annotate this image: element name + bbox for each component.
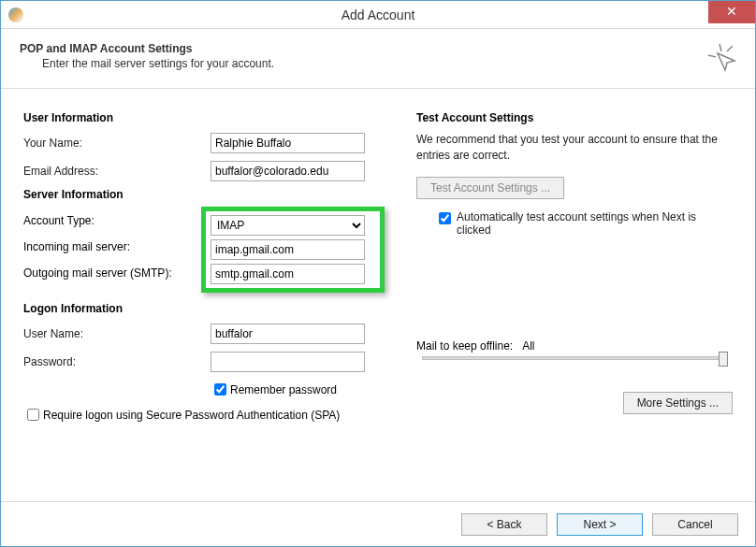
test-account-button[interactable]: Test Account Settings ... xyxy=(416,177,564,199)
auto-test-label: Automatically test account settings when… xyxy=(457,210,733,237)
more-settings-button[interactable]: More Settings ... xyxy=(623,392,733,414)
user-info-title: User Information xyxy=(23,111,398,124)
incoming-server-input[interactable] xyxy=(211,239,365,260)
remember-password-label: Remember password xyxy=(230,383,337,396)
cancel-button[interactable]: Cancel xyxy=(652,513,738,536)
remember-password-checkbox[interactable] xyxy=(214,383,226,396)
header-subtitle: Enter the mail server settings for your … xyxy=(42,57,274,70)
add-account-window: Add Account ✕ POP and IMAP Account Setti… xyxy=(0,0,756,547)
cursor-icon xyxy=(706,42,736,75)
mail-keep-slider[interactable] xyxy=(422,356,727,360)
email-input[interactable] xyxy=(211,161,365,181)
spa-label: Require logon using Secure Password Auth… xyxy=(43,409,340,422)
email-label: Email Address: xyxy=(23,165,211,178)
right-column: Test Account Settings We recommend that … xyxy=(398,106,733,424)
account-type-select[interactable]: IMAP xyxy=(211,215,365,236)
server-info-title: Server Information xyxy=(23,188,398,201)
logon-info-title: Logon Information xyxy=(23,302,398,315)
test-settings-title: Test Account Settings xyxy=(416,111,733,124)
mail-keep-label: Mail to keep offline: xyxy=(416,339,513,353)
slider-thumb[interactable] xyxy=(719,352,728,367)
username-label: User Name: xyxy=(23,327,211,340)
test-settings-text: We recommend that you test your account … xyxy=(416,132,733,164)
spa-checkbox[interactable] xyxy=(27,409,39,421)
back-button[interactable]: < Back xyxy=(461,513,547,536)
server-highlight: IMAP xyxy=(201,207,385,293)
wizard-header: POP and IMAP Account Settings Enter the … xyxy=(1,29,755,89)
close-icon: ✕ xyxy=(726,4,737,19)
outgoing-server-input[interactable] xyxy=(211,264,365,284)
mail-keep-value: All xyxy=(522,339,534,353)
next-button[interactable]: Next > xyxy=(557,513,643,536)
titlebar: Add Account ✕ xyxy=(1,1,755,29)
auto-test-checkbox[interactable] xyxy=(439,212,451,224)
header-title: POP and IMAP Account Settings xyxy=(20,42,274,55)
your-name-input[interactable] xyxy=(211,133,365,153)
outgoing-label: Outgoing mail server (SMTP): xyxy=(23,261,211,287)
close-button[interactable]: ✕ xyxy=(708,1,755,23)
your-name-label: Your Name: xyxy=(23,137,211,150)
account-type-label: Account Type: xyxy=(23,209,211,235)
password-input[interactable] xyxy=(211,352,365,372)
username-input[interactable] xyxy=(211,324,365,344)
window-title: Add Account xyxy=(1,7,755,22)
wizard-footer: < Back Next > Cancel xyxy=(1,501,755,546)
incoming-label: Incoming mail server: xyxy=(23,235,211,261)
wizard-body: User Information Your Name: Email Addres… xyxy=(1,89,755,424)
left-column: User Information Your Name: Email Addres… xyxy=(23,106,398,424)
password-label: Password: xyxy=(23,355,211,368)
